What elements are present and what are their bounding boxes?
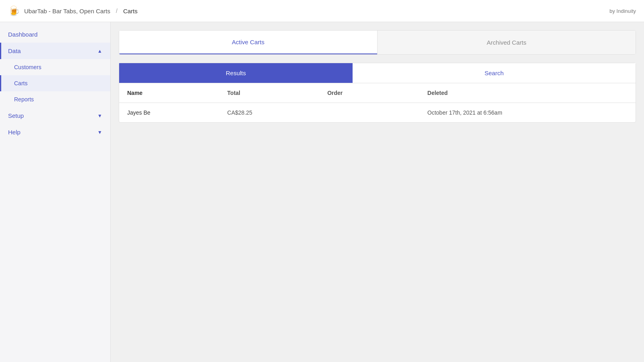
tab-active-carts[interactable]: Active Carts xyxy=(119,31,377,54)
top-header: 🍺 UbarTab - Bar Tabs, Open Carts / Carts… xyxy=(0,0,644,22)
sidebar-item-reports[interactable]: Reports xyxy=(0,91,110,107)
sidebar-item-customers[interactable]: Customers xyxy=(0,59,110,75)
sidebar-item-data-label: Data xyxy=(8,47,21,54)
sidebar-item-setup[interactable]: Setup ▼ xyxy=(0,107,110,124)
sidebar-item-dashboard[interactable]: Dashboard xyxy=(0,26,110,43)
search-button[interactable]: Search xyxy=(353,63,636,83)
tabs-container: Active Carts Archived Carts xyxy=(119,30,636,55)
sidebar-item-customers-label: Customers xyxy=(14,64,41,70)
sidebar-item-carts[interactable]: Carts xyxy=(0,75,110,91)
cell-name: Jayes Be xyxy=(127,109,227,116)
cell-total: CA$28.25 xyxy=(227,109,328,116)
breadcrumb: 🍺 UbarTab - Bar Tabs, Open Carts / Carts xyxy=(8,5,138,16)
column-header-order: Order xyxy=(327,90,427,96)
column-header-deleted: Deleted xyxy=(427,90,627,96)
setup-expand-icon: ▼ xyxy=(97,113,102,119)
sidebar: Dashboard Data ▲ Customers Carts Reports… xyxy=(0,22,111,362)
breadcrumb-current: Carts xyxy=(123,8,138,14)
column-header-total: Total xyxy=(227,90,328,96)
main-layout: Dashboard Data ▲ Customers Carts Reports… xyxy=(0,22,644,362)
table-container: Name Total Order Deleted Jayes Be CA$28.… xyxy=(119,83,636,122)
tab-archived-carts[interactable]: Archived Carts xyxy=(377,31,636,54)
app-title: UbarTab - Bar Tabs, Open Carts xyxy=(24,8,110,14)
main-card: Results Search Name Total Order Deleted … xyxy=(119,63,636,123)
sidebar-item-dashboard-label: Dashboard xyxy=(8,31,37,38)
sidebar-item-data[interactable]: Data ▲ xyxy=(0,43,110,59)
help-expand-icon: ▼ xyxy=(97,130,102,135)
action-bar: Results Search xyxy=(119,63,636,83)
sidebar-item-help[interactable]: Help ▼ xyxy=(0,124,110,140)
sidebar-item-carts-label: Carts xyxy=(14,80,27,86)
results-button[interactable]: Results xyxy=(119,63,353,83)
content-area: Active Carts Archived Carts Results Sear… xyxy=(111,22,644,362)
sidebar-item-reports-label: Reports xyxy=(14,96,34,103)
app-icon: 🍺 xyxy=(8,5,20,16)
table-row[interactable]: Jayes Be CA$28.25 October 17th, 2021 at … xyxy=(119,103,636,122)
data-expand-icon: ▲ xyxy=(97,48,102,54)
sidebar-item-setup-label: Setup xyxy=(8,112,24,119)
cell-deleted: October 17th, 2021 at 6:56am xyxy=(427,109,627,116)
column-header-name: Name xyxy=(127,90,227,96)
cell-order xyxy=(327,109,427,116)
by-label: by Indinuity xyxy=(609,8,636,14)
sidebar-item-help-label: Help xyxy=(8,129,21,136)
table-header: Name Total Order Deleted xyxy=(119,83,636,103)
breadcrumb-separator: / xyxy=(116,8,118,14)
